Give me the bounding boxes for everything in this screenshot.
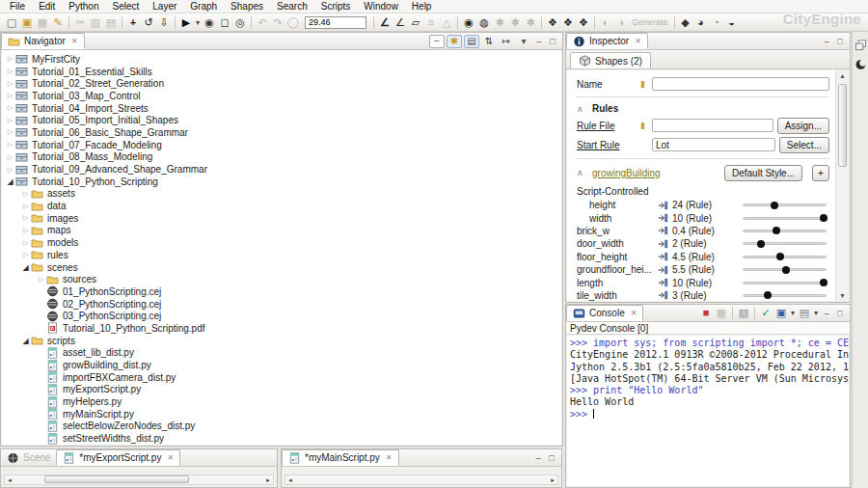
graph-layout-icon[interactable]: ✱	[523, 15, 538, 30]
slider-thumb[interactable]	[771, 202, 778, 209]
menu-help[interactable]: Help	[405, 0, 439, 13]
tree-item[interactable]: ▷Tutorial_01_Essential_Skills	[2, 66, 561, 78]
select-button[interactable]: Select...	[779, 137, 829, 153]
display-console-icon[interactable]: ▣	[773, 306, 789, 320]
maximize-icon[interactable]: □	[546, 35, 559, 47]
tree-item[interactable]: ▷Tutorial_03_Map_Control	[2, 90, 561, 102]
cut-icon[interactable]: ✂	[72, 15, 88, 30]
expand-icon[interactable]: ▷	[6, 141, 14, 149]
slider-thumb[interactable]	[757, 240, 765, 248]
expand-icon[interactable]: ▷	[21, 214, 30, 222]
marquee-select-icon[interactable]: ◻	[217, 15, 232, 30]
tab-shapes[interactable]: Shapes (2)	[570, 52, 651, 68]
tree-item[interactable]: ▷Tutorial_02_Street_Generation	[2, 77, 561, 90]
collapse-icon[interactable]: ◢	[6, 177, 14, 186]
menu-graph[interactable]: Graph	[183, 0, 224, 13]
tree-item[interactable]: asset_lib_dist.py	[2, 347, 561, 360]
save-icon[interactable]: ▦	[35, 15, 50, 30]
clear-console-icon[interactable]: ▧	[736, 306, 751, 320]
tab-navigator[interactable]: Navigator ✕	[1, 33, 85, 49]
scroll-right-icon[interactable]: ▸	[548, 476, 557, 484]
new-scene-icon[interactable]: ▢	[4, 15, 19, 30]
close-icon[interactable]: ✕	[167, 453, 174, 462]
tree-item[interactable]: ▷maps	[2, 225, 561, 237]
slider-thumb[interactable]	[776, 253, 784, 260]
tree-item[interactable]: 03_PythonScripting.cej	[2, 310, 561, 322]
attribute-slider[interactable]	[743, 226, 827, 235]
display-console-dropdown-icon[interactable]: ▾	[789, 306, 797, 320]
expand-icon[interactable]: ▷	[21, 251, 30, 258]
lasso-select-icon[interactable]: ◉	[202, 15, 217, 30]
expand-icon[interactable]: ▷	[6, 128, 14, 136]
tree-item[interactable]: ▷Tutorial_08_Mass_Modeling	[2, 151, 561, 164]
tree-item[interactable]: myHelpers.py	[2, 395, 561, 408]
minimize-icon[interactable]: –	[532, 35, 546, 47]
default-style-button[interactable]: Default Style...	[724, 165, 802, 181]
link-editor-icon[interactable]: ▤	[464, 35, 479, 48]
menu-shapes[interactable]: Shapes	[224, 0, 270, 13]
tree-item[interactable]: ▷sources	[2, 273, 561, 285]
menu-window[interactable]: Window	[357, 0, 405, 13]
slider-thumb[interactable]	[820, 279, 827, 286]
subdivide-recursive-icon[interactable]: ❖	[560, 15, 576, 30]
generate-models-icon[interactable]: ◑	[613, 15, 629, 30]
open-console-icon[interactable]: ▤	[797, 306, 812, 320]
tree-item[interactable]: growBuilding_dist.py	[2, 359, 561, 371]
close-icon[interactable]: ✕	[386, 453, 393, 462]
view-menu-icon[interactable]: ▾	[516, 35, 531, 48]
expand-icon[interactable]: ▷	[21, 203, 30, 210]
expand-icon[interactable]: ▷	[21, 190, 30, 198]
scroll-right-icon[interactable]: ▸	[263, 476, 273, 484]
subdivide-offset-icon[interactable]: ❖	[576, 15, 591, 30]
subdivide-icon[interactable]: ❖	[545, 15, 560, 30]
facade-wizard-icon[interactable]: ◔	[709, 15, 724, 30]
collapse-icon[interactable]: ◢	[21, 263, 30, 272]
collapse-rules-icon[interactable]: ∧	[577, 104, 586, 114]
scale-tool-icon[interactable]: ⇩	[156, 15, 172, 30]
rule-group-label[interactable]: growingBuilding	[592, 168, 661, 178]
simplify-graph-icon[interactable]: ✱	[507, 15, 523, 30]
menu-layer[interactable]: Layer	[146, 0, 183, 13]
freehand-draw-icon[interactable]: ∠	[393, 15, 408, 30]
horizontal-scrollbar[interactable]: ◂ ▸	[285, 474, 558, 485]
tree-item[interactable]: 01_PythonScripting.cej	[2, 285, 561, 298]
model-hierarchy-icon[interactable]: ◆	[678, 15, 693, 30]
menu-file[interactable]: File	[3, 0, 32, 13]
tree-item[interactable]: ▷data	[2, 200, 561, 212]
close-icon[interactable]: ✕	[71, 37, 78, 45]
add-style-button[interactable]: +	[812, 165, 829, 181]
texture-tool-icon[interactable]: ◕	[693, 15, 709, 30]
close-icon[interactable]: ✕	[631, 309, 637, 317]
maximize-icon[interactable]: □	[833, 35, 847, 47]
tab-scene[interactable]: Scene	[1, 449, 56, 466]
scroll-down-icon[interactable]: ▼	[836, 290, 849, 301]
expand-icon[interactable]: ▷	[21, 239, 30, 247]
undo-view-icon[interactable]: ↶	[255, 15, 270, 30]
slider-thumb[interactable]	[820, 214, 827, 222]
scroll-up-icon[interactable]: ▲	[836, 70, 849, 81]
collapse-icon[interactable]: ◢	[21, 337, 30, 345]
grow-streets-settings-icon[interactable]: ◍	[476, 15, 492, 30]
scrollbar-thumb[interactable]	[838, 84, 847, 167]
maximize-icon[interactable]: □	[833, 307, 847, 319]
open-console-dropdown-icon[interactable]: ▾	[812, 306, 820, 320]
expand-icon[interactable]: ▷	[6, 117, 14, 124]
minimize-icon[interactable]: –	[820, 307, 833, 319]
start-rule-label[interactable]: Start Rule	[577, 140, 640, 150]
tree-item[interactable]: ▷rules	[2, 249, 561, 261]
expand-icon[interactable]: ▷	[37, 276, 45, 284]
attribute-slider[interactable]	[743, 201, 827, 210]
polyline-draw-icon[interactable]: ∠	[377, 15, 393, 30]
tree-item[interactable]: ▷Tutorial_06_Basic_Shape_Grammar	[2, 126, 561, 139]
copy-icon[interactable]: ▥	[88, 15, 103, 30]
expand-icon[interactable]: ▷	[21, 227, 30, 234]
attribute-slider[interactable]	[743, 265, 827, 275]
tree-item[interactable]: ▷MyFirstCity	[2, 53, 561, 66]
cleanup-graph-icon[interactable]: ✱	[492, 15, 507, 30]
attribute-slider[interactable]	[743, 239, 827, 249]
move-tool-icon[interactable]: +	[125, 15, 141, 30]
scroll-lock-icon[interactable]: ✓	[758, 306, 773, 320]
tree-item[interactable]: ▷assets	[2, 188, 561, 201]
slider-thumb[interactable]	[764, 291, 772, 299]
expand-icon[interactable]: ▷	[6, 166, 14, 174]
